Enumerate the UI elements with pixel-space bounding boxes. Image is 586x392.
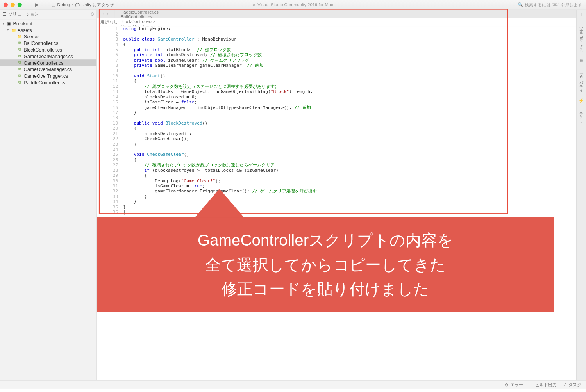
status-bar: ⊘ エラー ☰ ビルド出力 ✓ タスク [0, 380, 586, 389]
tree-item[interactable]: ⧉BlockController.cs [0, 46, 96, 53]
editor-tab[interactable]: PaddleController.cs [114, 10, 172, 14]
panel-tests[interactable]: テスト [577, 107, 585, 125]
sidebar-title: ソリューション [8, 11, 39, 18]
tree-item[interactable]: ⧉GameOverTrigger.cs [0, 73, 96, 79]
tree-label: GameClearManager.cs [23, 53, 73, 59]
csharp-file-icon: ⧉ [17, 41, 22, 46]
tree-label: Breakout [13, 21, 32, 26]
search-icon: 🔍 [518, 2, 523, 7]
editor-area: ‹ › PaddleController.csBallController.cs… [97, 10, 586, 380]
status-tasks[interactable]: ✓ タスク [563, 381, 581, 388]
tab-label: BallController.cs [121, 14, 152, 19]
tree-label: PaddleController.cs [23, 80, 65, 85]
close-window-icon[interactable] [4, 2, 8, 7]
toolbox-icon[interactable]: T [580, 12, 582, 17]
tree-label: Assets [18, 27, 32, 32]
right-tool-strip: T ツールボックス ▦ プロパティ ⚡ テスト [576, 10, 586, 380]
panel-icon: ☰ [3, 12, 7, 16]
csharp-file-icon: ⧉ [17, 60, 22, 65]
test-icon[interactable]: ⚡ [579, 98, 584, 103]
window-controls[interactable] [4, 2, 22, 7]
tree-item[interactable]: ⧉GameController.cs [0, 59, 96, 66]
callout-text-2: 全て選択してからコピーしてきた [110, 253, 541, 277]
panel-toolbox[interactable]: ツールボックス [577, 21, 585, 53]
callout-arrow [193, 189, 246, 219]
disclosure-icon[interactable]: ▼ [2, 21, 5, 25]
status-errors[interactable]: ⊘ エラー [505, 381, 523, 388]
tab-label: BlockController.cs [121, 19, 156, 24]
error-icon: ⊘ [505, 382, 508, 387]
zoom-window-icon[interactable] [18, 2, 22, 7]
properties-icon[interactable]: ▦ [579, 57, 583, 62]
sidebar-header: ☰ ソリューション ⚙ [0, 10, 96, 20]
minimize-window-icon[interactable] [11, 2, 15, 7]
tree-label: BlockController.cs [23, 47, 62, 52]
chevron-right-icon: › [72, 3, 73, 7]
code-editor[interactable]: 1234567891011121314151617181920212223242… [97, 26, 576, 380]
folder-icon: 📁 [11, 27, 16, 32]
search-placeholder: 検索するには '⌘.' を押します [525, 2, 582, 8]
callout-text-1: GameControllerスクリプトの内容を [110, 228, 541, 252]
check-icon: ✓ [563, 382, 566, 387]
tree-item[interactable]: ⧉BallController.cs [0, 40, 96, 46]
search-box[interactable]: 🔍 検索するには '⌘.' を押します [518, 2, 582, 8]
disclosure-icon[interactable]: ▼ [6, 28, 10, 32]
folder-icon: 📁 [17, 34, 22, 39]
tree-item[interactable]: 📁Scenes [0, 33, 96, 40]
tree-label: GameController.cs [23, 60, 63, 65]
tab-label: PaddleController.cs [121, 10, 159, 14]
app-title: ∞ Visual Studio Community 2019 for Mac [253, 2, 333, 7]
callout-box: GameControllerスクリプトの内容を 全て選択してからコピーしてきた … [97, 217, 554, 312]
config-selector[interactable]: ▢ Debug › ◯ Unity にアタッチ [52, 2, 114, 8]
solution-tree: ▼ ▣ Breakout ▼ 📁 Assets 📁Scenes⧉BallCont… [0, 19, 96, 86]
build-icon: ☰ [529, 382, 533, 387]
tab-bar: ‹ › PaddleController.csBallController.cs… [97, 10, 576, 18]
editor-tab[interactable]: BallController.cs [114, 14, 172, 19]
tree-folder[interactable]: ▼ 📁 Assets [0, 27, 96, 33]
csharp-file-icon: ⧉ [17, 47, 22, 52]
code-content[interactable]: using UnityEngine; public class GameCont… [123, 26, 576, 215]
csharp-file-icon: ⧉ [17, 73, 22, 78]
tree-label: Scenes [23, 34, 39, 39]
panel-properties[interactable]: プロパティ [577, 66, 585, 93]
device-icon: ▢ [52, 2, 55, 7]
tree-item[interactable]: ⧉GameOverManager.cs [0, 66, 96, 73]
config-label: Debug [57, 2, 70, 7]
nav-back-icon[interactable]: ‹ [103, 11, 104, 16]
vs-icon: ∞ [253, 2, 256, 7]
unity-icon: ◯ [75, 2, 80, 7]
titlebar: ▶ ▢ Debug › ◯ Unity にアタッチ ∞ Visual Studi… [0, 0, 586, 10]
editor-tab[interactable]: BlockController.cs [114, 19, 172, 24]
csharp-file-icon: ⧉ [17, 67, 22, 72]
tree-label: GameOverTrigger.cs [23, 73, 68, 78]
line-gutter: 1234567891011121314151617181920212223242… [102, 26, 118, 215]
run-button[interactable]: ▶ [35, 2, 39, 7]
solution-sidebar: ☰ ソリューション ⚙ ▼ ▣ Breakout ▼ 📁 Assets 📁Sce… [0, 10, 97, 380]
gear-icon[interactable]: ⚙ [90, 12, 94, 16]
tree-item[interactable]: ⧉GameClearManager.cs [0, 53, 96, 59]
tree-root[interactable]: ▼ ▣ Breakout [0, 20, 96, 27]
callout-text-3: 修正コードを貼り付けました [110, 277, 541, 301]
tree-label: GameOverManager.cs [23, 67, 72, 72]
attach-label: Unity にアタッチ [81, 2, 114, 8]
csharp-file-icon: ⧉ [17, 80, 22, 85]
nav-fwd-icon[interactable]: › [107, 11, 109, 16]
tab-nav[interactable]: ‹ › [97, 10, 114, 18]
solution-icon: ▣ [7, 21, 12, 26]
tree-label: BallController.cs [23, 41, 58, 46]
status-build[interactable]: ☰ ビルド出力 [529, 381, 557, 388]
tree-item[interactable]: ⧉PaddleController.cs [0, 79, 96, 86]
csharp-file-icon: ⧉ [17, 53, 22, 59]
